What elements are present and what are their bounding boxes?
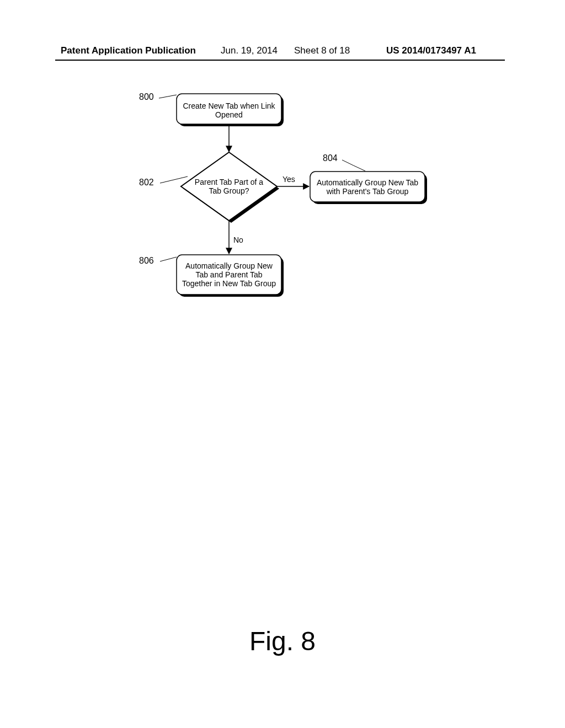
node-802-text: Parent Tab Part of a Tab Group? <box>193 167 265 206</box>
edge-label-yes: Yes <box>282 175 295 184</box>
edge-label-no: No <box>233 235 243 244</box>
leader-804 <box>342 160 365 171</box>
node-800-text: Create New Tab when Link Opened <box>177 95 281 125</box>
leader-802 <box>160 176 188 183</box>
figure-label: Fig. 8 <box>0 626 565 656</box>
ref-802: 802 <box>139 178 154 188</box>
leader-800 <box>159 95 177 98</box>
node-804-text: Automatically Group New Tab with Parent'… <box>310 172 425 202</box>
flowchart-svg: Create New Tab when Link Opened Parent T… <box>0 0 565 728</box>
ref-806: 806 <box>139 256 154 266</box>
ref-804: 804 <box>323 153 338 163</box>
node-806-text: Automatically Group New Tab and Parent T… <box>177 255 281 295</box>
leader-806 <box>160 257 177 261</box>
patent-figure-page: Patent Application Publication Jun. 19, … <box>0 0 565 728</box>
ref-800: 800 <box>139 92 154 102</box>
